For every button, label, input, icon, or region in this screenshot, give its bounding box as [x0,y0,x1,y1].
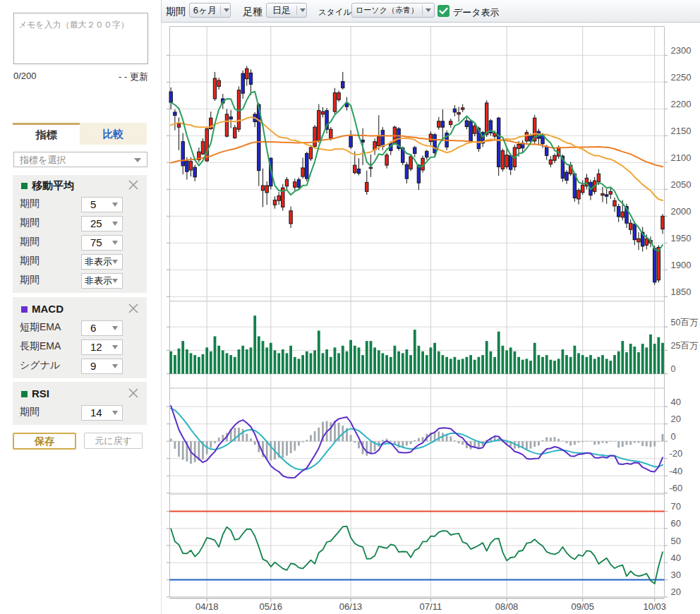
svg-text:08/08: 08/08 [495,601,519,612]
svg-text:20: 20 [671,586,681,597]
svg-text:1850: 1850 [671,287,692,297]
svg-text:06/13: 06/13 [339,601,363,612]
svg-text:09/05: 09/05 [571,601,594,612]
svg-text:-60: -60 [670,483,683,493]
svg-text:0: 0 [671,431,676,442]
svg-text:05/16: 05/16 [260,601,283,612]
svg-text:1950: 1950 [671,233,692,243]
svg-text:2250: 2250 [671,72,692,83]
svg-text:40: 40 [671,397,681,407]
svg-text:0: 0 [671,364,676,374]
svg-text:20: 20 [671,414,681,424]
svg-text:10/03: 10/03 [643,601,666,612]
svg-text:50: 50 [671,536,681,546]
svg-text:30: 30 [671,570,681,580]
svg-text:2000: 2000 [671,206,692,217]
svg-text:2050: 2050 [671,179,692,190]
svg-text:2100: 2100 [671,152,692,163]
svg-text:2150: 2150 [671,126,692,136]
svg-text:1900: 1900 [671,260,692,270]
svg-text:04/18: 04/18 [195,601,219,612]
svg-text:-40: -40 [670,466,683,476]
svg-text:-20: -20 [670,448,683,459]
svg-text:70: 70 [671,501,681,512]
svg-text:07/11: 07/11 [420,601,442,612]
svg-text:2200: 2200 [671,99,692,109]
svg-text:50百万: 50百万 [671,318,699,327]
svg-text:60: 60 [671,518,681,529]
svg-text:25百万: 25百万 [671,341,699,351]
svg-text:40: 40 [671,553,681,563]
svg-text:2300: 2300 [671,45,692,56]
